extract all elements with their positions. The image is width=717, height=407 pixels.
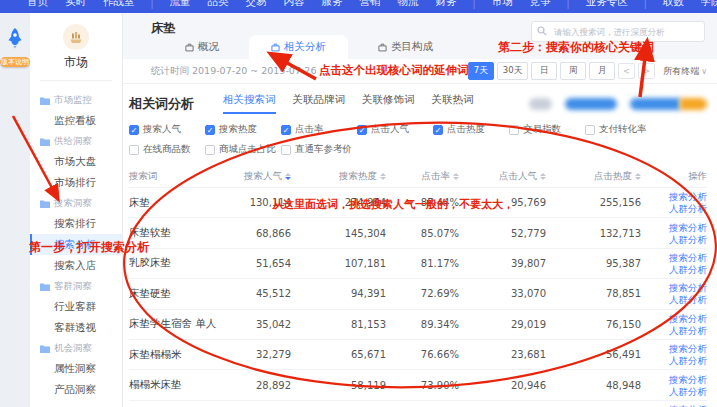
search-box (531, 21, 705, 42)
left-gutter: 版本说明 (0, 13, 30, 407)
value-cell: 39,807 (459, 258, 546, 269)
nav-item-学院[interactable]: 学院 (700, 0, 717, 13)
action-link-搜索分析[interactable]: 搜索分析 (669, 282, 707, 293)
nav-item-财务[interactable]: 财务 (435, 0, 458, 13)
metric-checkbox-支付转化率[interactable]: 支付转化率 (585, 123, 661, 136)
nav-item-物流[interactable]: 物流 (397, 0, 420, 13)
sidebar-item-客群透视[interactable]: 客群透视 (30, 317, 122, 338)
metric-checkbox-商城点击占比[interactable]: 商城点击占比 (205, 143, 281, 156)
date-range-7天[interactable]: 7天 (468, 62, 494, 80)
action-link-搜索分析[interactable]: 搜索分析 (669, 252, 707, 263)
pager-next-button[interactable]: > (638, 63, 655, 79)
blurred-buttons (529, 98, 707, 110)
nav-item-业务专区[interactable]: 业务专区 (585, 0, 629, 13)
version-badge[interactable]: 版本说明 (0, 57, 30, 67)
col-header-点击率[interactable]: 点击率 (386, 170, 459, 183)
action-link-人群分析[interactable]: 人群分析 (669, 294, 707, 305)
card-tab-相关搜索词[interactable]: 相关搜索词 (223, 93, 276, 114)
action-link-搜索分析[interactable]: 搜索分析 (669, 374, 707, 385)
pager-prev-button[interactable]: < (618, 63, 635, 79)
card-tab-关联热词[interactable]: 关联热词 (432, 93, 474, 114)
chevron-down-icon: ∨ (701, 67, 707, 76)
action-link-人群分析[interactable]: 人群分析 (669, 203, 707, 214)
date-range-周[interactable]: 周 (560, 62, 586, 80)
metric-checkbox-在线商品数[interactable]: 在线商品数 (129, 143, 205, 156)
sidebar-item-产品洞察[interactable]: 产品洞察 (30, 379, 122, 400)
metric-checkbox-搜索人气[interactable]: ✓搜索人气 (129, 123, 205, 136)
action-link-搜索分析[interactable]: 搜索分析 (669, 313, 707, 324)
folder-icon (40, 137, 50, 146)
nav-item-服务[interactable]: 服务 (321, 0, 344, 13)
nav-item-首页[interactable]: 首页 (26, 0, 49, 13)
search-icon (537, 26, 547, 36)
blurred-button-group[interactable] (630, 98, 707, 110)
nav-item-交易[interactable]: 交易 (245, 0, 268, 13)
metric-checkbox-点击率[interactable]: ✓点击率 (281, 123, 357, 136)
col-header-搜索热度[interactable]: 搜索热度 (291, 170, 386, 183)
metric-checkbox-点击人气[interactable]: ✓点击人气 (357, 123, 433, 136)
action-link-人群分析[interactable]: 人群分析 (669, 234, 707, 245)
nav-item-市场[interactable]: 市场 (491, 0, 514, 13)
nav-item-取数[interactable]: 取数 (662, 0, 685, 13)
date-range-日[interactable]: 日 (531, 62, 557, 80)
metric-label: 商城点击占比 (219, 143, 276, 156)
value-cell: 33,070 (459, 288, 546, 299)
col-header-点击热度[interactable]: 点击热度 (546, 170, 641, 183)
nav-item-内容[interactable]: 内容 (283, 0, 306, 13)
nav-item-流量[interactable]: 流量 (169, 0, 192, 13)
metric-checkbox-交易指数[interactable]: 交易指数 (509, 123, 585, 136)
value-cell: 73.90% (386, 380, 459, 391)
action-link-人群分析[interactable]: 人群分析 (669, 386, 707, 397)
page-tab-概况[interactable]: 概况 (169, 35, 235, 59)
page-tab-类目构成[interactable]: 类目构成 (362, 35, 449, 59)
col-header-点击人气[interactable]: 点击人气 (459, 170, 546, 183)
blurred-button[interactable] (565, 98, 617, 110)
sidebar-section-机会洞察: 机会洞察 (30, 338, 122, 358)
action-link-搜索分析[interactable]: 搜索分析 (669, 222, 707, 233)
briefcase-icon (185, 43, 194, 52)
sidebar-item-市场排行[interactable]: 市场排行 (30, 172, 122, 193)
blurred-button[interactable] (529, 98, 552, 110)
date-range-月[interactable]: 月 (589, 62, 615, 80)
nav-item-竞争[interactable]: 竞争 (529, 0, 552, 13)
value-cell: 56,491 (546, 349, 641, 360)
date-controls: 7天30天日周月 < > 所有终端 ∨ (468, 62, 707, 80)
search-input[interactable] (552, 23, 704, 40)
rocket-icon[interactable] (5, 27, 25, 49)
metric-checkbox-直通车参考价[interactable]: 直通车参考价 (281, 143, 357, 156)
value-cell: 23,681 (459, 349, 546, 360)
sidebar-item-搜索入店[interactable]: 搜索入店 (30, 255, 122, 276)
value-cell: 20,946 (459, 380, 546, 391)
card-tab-关联修饰词[interactable]: 关联修饰词 (362, 93, 415, 114)
nav-item-作战室[interactable]: 作战室 (102, 0, 136, 13)
page-tab-相关分析[interactable]: 相关分析 (249, 35, 348, 59)
col-header-搜索人气[interactable]: 搜索人气 (233, 170, 291, 183)
nav-item-品类[interactable]: 品类 (207, 0, 230, 13)
sidebar-item-行业客群[interactable]: 行业客群 (30, 296, 122, 317)
table-row: 床垫学生宿舍 单人35,04281,15389.34%29,01976,150搜… (129, 309, 707, 339)
keyword-cell: 床垫硬垫 (129, 287, 233, 301)
value-cell: 145,304 (291, 228, 386, 239)
table-row: 乳胶床垫51,654107,18181.17%39,80795,387搜索分析人… (129, 248, 707, 278)
sidebar: 市场 市场监控监控看板供给洞察市场大盘市场排行搜索洞察搜索排行搜索分析搜索入店客… (30, 13, 123, 407)
action-link-搜索分析[interactable]: 搜索分析 (669, 343, 707, 354)
terminal-filter-dropdown[interactable]: 所有终端 ∨ (663, 65, 707, 78)
action-link-人群分析[interactable]: 人群分析 (669, 325, 707, 336)
sidebar-item-属性洞察[interactable]: 属性洞察 (30, 358, 122, 379)
nav-item-实时[interactable]: 实时 (64, 0, 87, 13)
metric-checkbox-点击热度[interactable]: ✓点击热度 (433, 123, 509, 136)
sidebar-item-搜索排行[interactable]: 搜索排行 (30, 213, 122, 234)
sidebar-item-监控看板[interactable]: 监控看板 (30, 110, 122, 131)
card-title: 相关词分析 (129, 95, 194, 113)
action-link-搜索分析[interactable]: 搜索分析 (669, 191, 707, 202)
card-tab-关联品牌词[interactable]: 关联品牌词 (293, 93, 346, 114)
nav-item-营销[interactable]: 营销 (359, 0, 382, 13)
sidebar-item-搜索分析[interactable]: 搜索分析 (30, 234, 122, 255)
actions-cell: 搜索分析人群分析 (641, 282, 707, 305)
action-link-人群分析[interactable]: 人群分析 (669, 355, 707, 366)
action-link-人群分析[interactable]: 人群分析 (669, 264, 707, 275)
header-label: 点击率 (422, 170, 451, 183)
date-range-30天[interactable]: 30天 (497, 62, 528, 80)
metric-checkbox-搜索热度[interactable]: ✓搜索热度 (205, 123, 281, 136)
sidebar-item-市场大盘[interactable]: 市场大盘 (30, 151, 122, 172)
